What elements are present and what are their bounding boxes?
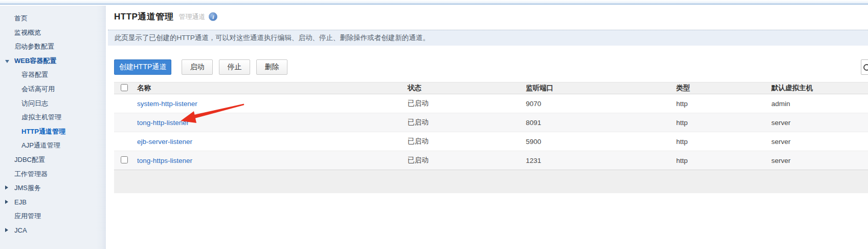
sidebar-item-label: JDBC配置 xyxy=(14,156,45,163)
name-cell: system-http-listener xyxy=(137,100,408,108)
start-button[interactable]: 启动 xyxy=(182,59,213,75)
status-cell: 已启动 xyxy=(408,156,526,165)
status-cell: 已启动 xyxy=(408,118,526,127)
page-header: HTTP通道管理 管理通道 i xyxy=(114,11,217,23)
sidebar-item-session-ha[interactable]: 会话高可用 xyxy=(0,82,106,96)
sidebar-item-label: 虚拟主机管理 xyxy=(21,113,61,121)
table-header-row: 名称 状态 监听端口 类型 默认虚拟主机 xyxy=(114,82,868,94)
sidebar-item-label: WEB容器配置 xyxy=(14,57,56,65)
page-title: HTTP通道管理 xyxy=(114,11,173,23)
column-header-port: 监听端口 xyxy=(526,84,676,93)
name-cell: ejb-server-listener xyxy=(137,138,408,146)
name-cell: tong-https-listener xyxy=(137,157,408,164)
chevron-down-icon[interactable] xyxy=(5,60,9,63)
stop-button[interactable]: 停止 xyxy=(219,59,250,75)
chevron-right-icon[interactable] xyxy=(5,200,8,204)
column-header-type: 类型 xyxy=(676,84,771,93)
select-all-checkbox[interactable] xyxy=(121,84,128,91)
app-window: 首页监视概览启动参数配置WEB容器配置容器配置会话高可用访问日志虚拟主机管理HT… xyxy=(0,0,868,249)
column-header-name: 名称 xyxy=(137,84,408,93)
sidebar-item-label: 容器配置 xyxy=(21,71,48,78)
channel-name-link[interactable]: system-http-listener xyxy=(137,100,197,108)
status-cell: 已启动 xyxy=(408,99,526,108)
delete-button[interactable]: 删除 xyxy=(256,59,287,75)
sidebar-item-ejb[interactable]: EJB xyxy=(0,195,106,210)
name-cell: tong-http-listener xyxy=(137,119,408,127)
sidebar-item-label: 会话高可用 xyxy=(21,85,55,93)
table-row: ejb-server-listener已启动5900httpserver xyxy=(114,132,868,151)
default-vhost-cell: server xyxy=(771,119,868,127)
sidebar-item-label: AJP通道管理 xyxy=(21,141,60,149)
sidebar-item-label: 应用管理 xyxy=(14,212,41,220)
channel-name-link[interactable]: tong-https-listener xyxy=(137,157,192,164)
type-cell: http xyxy=(676,138,771,146)
status-cell: 已启动 xyxy=(408,137,526,146)
chevron-right-icon[interactable] xyxy=(5,228,8,232)
notice-bar: 此页显示了已创建的HTTP通道，可以对这些通道执行编辑、启动、停止、删除操作或者… xyxy=(108,30,868,46)
port-cell: 5900 xyxy=(526,138,676,146)
chevron-right-icon[interactable] xyxy=(5,185,8,190)
sidebar-item-label: JMS服务 xyxy=(14,184,41,192)
toolbar: 创建HTTP通道 启动 停止 删除 xyxy=(114,59,287,75)
sidebar-item-label: HTTP通道管理 xyxy=(21,128,65,135)
info-icon[interactable]: i xyxy=(209,12,217,21)
select-all-cell xyxy=(114,84,137,93)
top-banner-edge xyxy=(0,0,868,5)
channel-name-link[interactable]: tong-http-listener xyxy=(137,119,189,127)
sidebar-item-monitor-overview[interactable]: 监视概览 xyxy=(0,26,106,40)
sidebar-item-container-config[interactable]: 容器配置 xyxy=(0,68,106,82)
sidebar-item-jms-service[interactable]: JMS服务 xyxy=(0,181,106,195)
port-cell: 1231 xyxy=(526,157,676,164)
table-row: tong-http-listener已启动8091httpserver xyxy=(114,113,868,132)
default-vhost-cell: server xyxy=(771,138,868,146)
notice-text: 此页显示了已创建的HTTP通道，可以对这些通道执行编辑、启动、停止、删除操作或者… xyxy=(115,34,430,42)
type-cell: http xyxy=(676,119,771,127)
sidebar-item-label: 启动参数配置 xyxy=(14,43,54,50)
sidebar-item-access-log[interactable]: 访问日志 xyxy=(0,96,106,111)
table-row: tong-https-listener已启动1231httpserver xyxy=(114,151,868,170)
column-header-status: 状态 xyxy=(408,84,526,93)
channel-table: 名称 状态 监听端口 类型 默认虚拟主机 system-http-listene… xyxy=(114,82,868,193)
page-subtitle: 管理通道 xyxy=(179,12,205,22)
default-vhost-cell: server xyxy=(771,157,868,164)
row-checkbox-cell xyxy=(114,156,137,165)
default-vhost-cell: admin xyxy=(771,100,868,108)
search-button[interactable] xyxy=(861,59,868,75)
sidebar-item-jca[interactable]: JCA xyxy=(0,223,106,238)
type-cell: http xyxy=(676,157,771,164)
sidebar-item-label: EJB xyxy=(14,198,27,206)
create-http-channel-button[interactable]: 创建HTTP通道 xyxy=(114,59,171,75)
sidebar-item-work-manager[interactable]: 工作管理器 xyxy=(0,167,106,181)
port-cell: 8091 xyxy=(526,119,676,127)
sidebar-item-label: 监视概览 xyxy=(14,29,41,36)
sidebar-item-label: 访问日志 xyxy=(21,99,48,107)
table-body: system-http-listener已启动9070httpadmintong… xyxy=(114,94,868,170)
channel-name-link[interactable]: ejb-server-listener xyxy=(137,138,192,146)
port-cell: 9070 xyxy=(526,100,676,108)
sidebar-item-startup-params[interactable]: 启动参数配置 xyxy=(0,39,106,54)
table-row: system-http-listener已启动9070httpadmin xyxy=(114,94,868,113)
table-footer xyxy=(114,170,868,193)
sidebar-item-home[interactable]: 首页 xyxy=(0,11,106,26)
sidebar-item-label: JCA xyxy=(14,226,27,234)
sidebar-item-virtual-host-mgmt[interactable]: 虚拟主机管理 xyxy=(0,110,106,125)
search-icon xyxy=(863,64,868,71)
sidebar-item-http-channel-mgmt[interactable]: HTTP通道管理 xyxy=(0,125,106,139)
sidebar-item-label: 首页 xyxy=(14,14,28,22)
sidebar: 首页监视概览启动参数配置WEB容器配置容器配置会话高可用访问日志虚拟主机管理HT… xyxy=(0,6,106,249)
row-checkbox[interactable] xyxy=(121,156,128,163)
type-cell: http xyxy=(676,100,771,108)
sidebar-item-app-mgmt[interactable]: 应用管理 xyxy=(0,209,106,223)
sidebar-item-label: 工作管理器 xyxy=(14,170,48,178)
sidebar-item-jdbc-config[interactable]: JDBC配置 xyxy=(0,153,106,167)
column-header-default-vhost: 默认虚拟主机 xyxy=(771,84,868,93)
sidebar-item-web-container-config[interactable]: WEB容器配置 xyxy=(0,54,106,68)
sidebar-item-ajp-channel-mgmt[interactable]: AJP通道管理 xyxy=(0,138,106,153)
sidebar-nav: 首页监视概览启动参数配置WEB容器配置容器配置会话高可用访问日志虚拟主机管理HT… xyxy=(0,6,106,238)
